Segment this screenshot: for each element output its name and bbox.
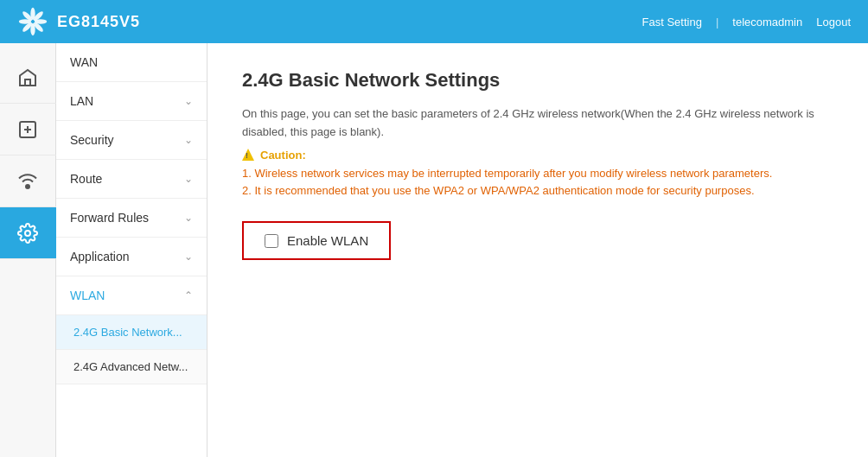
caution-title: ! Caution: <box>242 149 833 162</box>
nav-settings[interactable] <box>0 207 56 259</box>
huawei-logo-icon <box>17 6 48 37</box>
header-divider: | <box>716 16 718 29</box>
chevron-down-icon: ⌄ <box>184 212 193 224</box>
wireless-icon <box>17 171 38 192</box>
enable-wlan-label[interactable]: Enable WLAN <box>287 233 368 248</box>
svg-rect-8 <box>25 79 30 86</box>
nav-wireless[interactable] <box>0 156 56 207</box>
sidebar-item-forward-rules-label: Forward Rules <box>70 211 149 225</box>
header-navigation: Fast Setting | telecomadmin Logout <box>642 16 851 29</box>
sidebar-item-wan-label: WAN <box>70 55 98 69</box>
main-layout: WAN LAN ⌄ Security ⌄ Route ⌄ Forward Rul… <box>0 43 868 457</box>
caution-block: ! Caution: 1. Wireless network services … <box>242 149 833 201</box>
sidebar-item-application[interactable]: Application ⌄ <box>56 238 207 276</box>
svg-point-13 <box>25 231 30 236</box>
fast-setting-link[interactable]: Fast Setting <box>642 16 702 29</box>
sidebar-item-wan[interactable]: WAN <box>56 43 207 82</box>
caution-line-1: 1. Wireless network services may be inte… <box>242 165 833 183</box>
add-icon <box>17 119 38 140</box>
sidebar-sub-item-2g-basic[interactable]: 2.4G Basic Network... <box>56 315 207 350</box>
sidebar-sub-item-2g-advanced[interactable]: 2.4G Advanced Netw... <box>56 350 207 384</box>
sidebar-item-security-label: Security <box>70 133 114 147</box>
sidebar-item-route-label: Route <box>70 172 102 186</box>
logout-link[interactable]: Logout <box>816 16 851 29</box>
enable-wlan-box: Enable WLAN <box>242 221 391 260</box>
username-label: telecomadmin <box>732 16 802 29</box>
brand-name: EG8145V5 <box>57 13 140 31</box>
main-content: 2.4G Basic Network Settings On this page… <box>207 43 868 457</box>
page-title: 2.4G Basic Network Settings <box>242 69 833 92</box>
warning-triangle-icon: ! <box>242 149 254 161</box>
sidebar: WAN LAN ⌄ Security ⌄ Route ⌄ Forward Rul… <box>56 43 207 457</box>
sidebar-item-lan-label: LAN <box>70 94 93 108</box>
home-icon <box>17 67 38 88</box>
sidebar-item-forward-rules[interactable]: Forward Rules ⌄ <box>56 199 207 238</box>
enable-wlan-checkbox[interactable] <box>265 234 278 248</box>
svg-point-12 <box>26 185 29 188</box>
chevron-down-icon: ⌄ <box>184 173 193 185</box>
icon-navigation <box>0 43 56 457</box>
logo-area: EG8145V5 <box>17 6 140 37</box>
chevron-down-icon: ⌄ <box>184 134 193 146</box>
settings-icon <box>17 223 38 244</box>
sidebar-item-application-label: Application <box>70 250 130 263</box>
caution-line-2: 2. It is recommended that you use the WP… <box>242 182 833 200</box>
nav-add[interactable] <box>0 104 56 156</box>
chevron-up-icon: ⌃ <box>184 289 193 301</box>
nav-home[interactable] <box>0 52 56 104</box>
sidebar-sub-item-2g-basic-label: 2.4G Basic Network... <box>73 326 182 339</box>
header: EG8145V5 Fast Setting | telecomadmin Log… <box>0 0 868 43</box>
sidebar-item-wlan-label: WLAN <box>70 289 105 302</box>
sidebar-item-wlan[interactable]: WLAN ⌃ <box>56 276 207 315</box>
chevron-down-icon: ⌄ <box>184 95 193 107</box>
chevron-down-icon: ⌄ <box>184 251 193 263</box>
sidebar-item-security[interactable]: Security ⌄ <box>56 121 207 160</box>
sidebar-sub-item-2g-advanced-label: 2.4G Advanced Netw... <box>73 360 188 373</box>
description-text: On this page, you can set the basic para… <box>242 105 833 142</box>
sidebar-item-route[interactable]: Route ⌄ <box>56 160 207 199</box>
sidebar-item-lan[interactable]: LAN ⌄ <box>56 82 207 121</box>
